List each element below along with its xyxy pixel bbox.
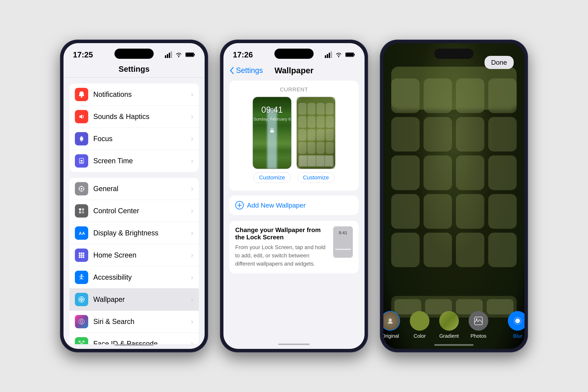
color-circle	[410, 311, 430, 331]
add-wallpaper-row[interactable]: Add New Wallpaper	[229, 196, 359, 215]
settings-row-wallpaper[interactable]: Wallpaper ›	[70, 288, 199, 311]
settings-row-accessibility[interactable]: Accessibility ›	[70, 266, 199, 288]
svg-rect-2	[186, 53, 194, 56]
wallpaper-icon	[75, 293, 88, 306]
blur-app-15	[456, 194, 484, 229]
svg-text:AA: AA	[79, 231, 85, 236]
gradient-label: Gradient	[439, 333, 459, 339]
blur-app-2	[424, 78, 452, 113]
status-icons-2	[325, 51, 355, 58]
svg-rect-17	[79, 211, 81, 214]
svg-rect-3	[194, 54, 195, 56]
blur-app-20	[488, 233, 517, 267]
svg-rect-61	[270, 130, 274, 133]
faceid-label: Face ID & Passcode	[93, 340, 191, 344]
settings-row-focus[interactable]: Focus ›	[70, 128, 199, 150]
svg-point-65	[389, 318, 392, 322]
settings-row-sounds[interactable]: Sounds & Haptics ›	[70, 106, 199, 128]
blur-app-5	[391, 117, 420, 152]
svg-rect-24	[81, 254, 82, 256]
blur-editor-screen: Done	[384, 43, 524, 349]
settings-row-screentime[interactable]: Screen Time ›	[70, 150, 199, 172]
original-circle	[384, 311, 400, 331]
wifi-icon-2	[335, 52, 342, 58]
customize-lock-button[interactable]: Customize	[254, 172, 291, 183]
svg-rect-28	[83, 256, 84, 258]
home-screen-preview: Customize	[296, 97, 336, 183]
photos-icon	[473, 316, 484, 326]
settings-row-homescreen[interactable]: Home Screen ›	[70, 244, 199, 266]
change-info-title: Change your Wallpaper from the Lock Scre…	[235, 226, 329, 241]
siri-label: Siri & Search	[93, 318, 191, 326]
add-icon	[235, 201, 244, 210]
sounds-label: Sounds & Haptics	[93, 112, 191, 121]
homescreen-label: Home Screen	[93, 251, 191, 259]
signal-icon	[165, 51, 172, 58]
toolbar-item-original[interactable]: Original	[384, 311, 400, 339]
phone-1: 17:25	[60, 40, 208, 352]
settings-row-faceid[interactable]: Face ID & Passcode ›	[70, 333, 199, 344]
blur-app-10	[424, 156, 452, 190]
svg-rect-26	[79, 256, 80, 258]
blur-app-19	[456, 233, 484, 267]
control-center-label: Control Center	[93, 207, 191, 215]
blur-home-grid	[391, 78, 517, 306]
dynamic-island-1	[114, 48, 154, 59]
toolbar-item-gradient[interactable]: Gradient	[439, 311, 459, 339]
settings-row-display[interactable]: AA Display & Brightness ›	[70, 222, 199, 244]
control-center-icon	[75, 204, 88, 218]
blur-app-12	[488, 156, 517, 190]
svg-rect-60	[354, 54, 355, 56]
blur-app-18	[424, 233, 452, 267]
mini-phone-time: 9:41	[333, 230, 353, 236]
accessibility-icon	[75, 271, 88, 284]
done-button[interactable]: Done	[484, 56, 514, 69]
toolbar-item-color[interactable]: Color	[410, 311, 430, 339]
signal-icon-2	[325, 51, 332, 58]
settings-row-notifications[interactable]: Notifications ›	[70, 84, 199, 106]
home-indicator-2	[278, 344, 310, 345]
svg-point-68	[515, 318, 520, 323]
blur-label: Blur	[513, 333, 522, 339]
mini-phone-preview: 9:41	[333, 226, 353, 258]
current-label: CURRENT	[235, 86, 353, 93]
photos-label: Photos	[470, 333, 486, 339]
settings-row-siri[interactable]: Siri & Search ›	[70, 311, 199, 333]
blur-app-11	[456, 156, 484, 190]
home-preview-phone	[296, 97, 336, 169]
settings-section-1: Notifications › Sounds & Haptics ›	[70, 84, 199, 172]
settings-list[interactable]: Notifications › Sounds & Haptics ›	[64, 78, 204, 344]
focus-label: Focus	[93, 135, 191, 143]
gradient-circle	[439, 311, 459, 331]
homescreen-icon	[75, 248, 88, 262]
svg-point-10	[81, 188, 82, 190]
blur-app-6	[424, 117, 452, 152]
bottom-toolbar: Original Color Gradient	[384, 311, 524, 339]
screentime-icon	[75, 154, 88, 168]
change-info-box: Change your Wallpaper from the Lock Scre…	[229, 221, 359, 274]
status-icons-1	[165, 51, 195, 58]
home-indicator-1	[114, 344, 154, 346]
notifications-icon	[75, 88, 88, 101]
svg-rect-21	[81, 252, 82, 254]
toolbar-item-blur[interactable]: Blur	[508, 311, 524, 339]
change-info-body: From your Lock Screen, tap and hold to a…	[235, 243, 329, 268]
settings-row-general[interactable]: General ›	[70, 178, 199, 200]
blur-app-13	[391, 194, 420, 229]
battery-icon-2	[345, 52, 355, 57]
svg-point-40	[80, 343, 81, 344]
toolbar-item-photos[interactable]: Photos	[469, 311, 488, 339]
focus-icon	[75, 132, 88, 146]
wallpaper-nav: Settings Wallpaper	[224, 63, 364, 77]
general-label: General	[93, 185, 191, 193]
settings-row-control[interactable]: Control Center ›	[70, 200, 199, 222]
back-button[interactable]: Settings	[229, 66, 263, 75]
customize-home-button[interactable]: Customize	[297, 172, 334, 183]
notifications-label: Notifications	[93, 90, 191, 98]
settings-screen: 17:25	[64, 43, 204, 349]
svg-point-4	[81, 96, 82, 98]
svg-point-0	[178, 56, 179, 57]
battery-icon	[186, 52, 195, 57]
svg-rect-23	[79, 254, 80, 256]
blur-app-8	[488, 117, 517, 152]
